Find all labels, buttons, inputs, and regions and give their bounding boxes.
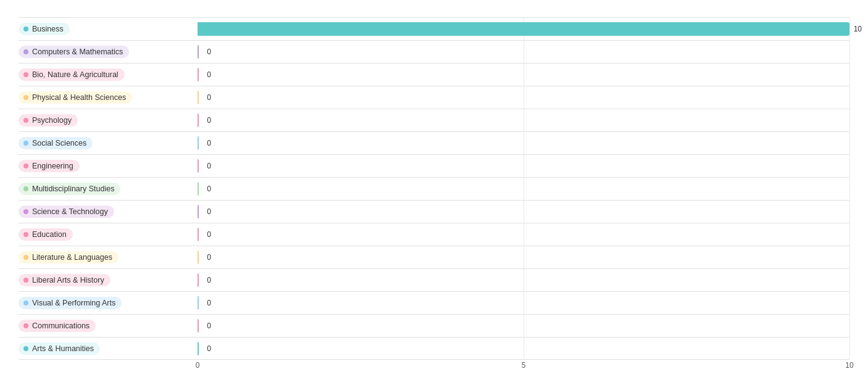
bar-value-label: 0 (207, 116, 211, 125)
bar-label-pill: Business (19, 23, 70, 35)
bar-dot (23, 141, 28, 146)
bar-label-pill: Arts & Humanities (19, 342, 100, 355)
bar-graph-area: 0 (198, 246, 849, 268)
bar-fill: 0 (198, 205, 199, 218)
bar-row: Multidisciplinary Studies0 (19, 177, 849, 200)
bar-row: Social Sciences0 (19, 131, 849, 154)
bar-fill: 0 (198, 273, 199, 287)
bar-dot (23, 301, 28, 305)
bar-graph-area: 0 (198, 155, 849, 177)
bar-row: Computers & Mathematics0 (19, 40, 849, 63)
bar-value-label: 0 (207, 139, 211, 147)
bar-graph-area: 0 (198, 109, 849, 131)
bar-fill: 0 (198, 136, 199, 150)
bar-graph-area: 0 (198, 64, 849, 86)
bar-fill: 0 (198, 319, 199, 333)
bar-value-label: 0 (207, 230, 211, 239)
bar-label-area: Liberal Arts & History (19, 274, 198, 286)
bar-label-area: Engineering (19, 160, 198, 172)
bar-label-area: Social Sciences (19, 137, 198, 149)
bar-fill: 0 (198, 114, 199, 127)
bar-row: Liberal Arts & History0 (19, 268, 849, 291)
bar-value-label: 0 (207, 162, 211, 170)
bar-fill: 0 (198, 296, 199, 310)
bar-label-area: Communications (19, 320, 198, 332)
bar-fill: 0 (198, 45, 199, 59)
bar-dot (23, 95, 28, 100)
bar-label-pill: Psychology (19, 114, 78, 127)
bar-fill: 0 (198, 251, 199, 264)
bar-graph-area: 0 (198, 269, 849, 291)
bar-label-text: Psychology (32, 116, 72, 125)
bar-graph-area: 0 (198, 178, 849, 200)
bar-label-area: Visual & Performing Arts (19, 297, 198, 309)
bar-dot (23, 278, 28, 283)
bar-label-text: Computers & Mathematics (32, 48, 123, 56)
bar-label-pill: Physical & Health Sciences (19, 91, 132, 104)
bar-value-label: 0 (207, 48, 211, 56)
bar-value-label: 10 (854, 25, 862, 33)
bar-graph-area: 0 (198, 223, 849, 246)
bar-dot (23, 209, 28, 214)
bar-graph-area: 10 (198, 18, 849, 40)
bar-label-text: Liberal Arts & History (32, 276, 104, 284)
bar-fill: 0 (198, 68, 199, 81)
bar-value-label: 0 (207, 299, 211, 307)
bar-row: Bio, Nature & Agricultural0 (19, 63, 849, 86)
bar-dot (23, 346, 28, 351)
bar-fill: 0 (198, 182, 199, 196)
bar-label-pill: Engineering (19, 160, 80, 172)
bar-graph-area: 0 (198, 315, 849, 337)
bar-graph-area: 0 (198, 132, 849, 154)
bar-dot (23, 27, 28, 31)
bar-label-text: Science & Technology (32, 207, 108, 216)
bar-row: Literature & Languages0 (19, 246, 849, 268)
bar-label-area: Bio, Nature & Agricultural (19, 68, 198, 81)
bar-fill: 0 (198, 342, 199, 355)
bar-label-text: Physical & Health Sciences (32, 93, 126, 102)
bar-dot (23, 164, 28, 168)
bar-value-label: 0 (207, 344, 211, 353)
bar-graph-area: 0 (198, 86, 849, 109)
bar-value-label: 0 (207, 322, 211, 330)
bar-label-text: Arts & Humanities (32, 344, 94, 353)
bar-label-area: Education (19, 228, 198, 241)
bar-row: Arts & Humanities0 (19, 337, 849, 360)
bar-label-area: Arts & Humanities (19, 342, 198, 355)
bar-label-text: Education (32, 230, 67, 239)
bar-graph-area: 0 (198, 338, 849, 359)
bar-label-pill: Multidisciplinary Studies (19, 183, 120, 195)
bar-label-pill: Social Sciences (19, 137, 93, 149)
bar-row: Physical & Health Sciences0 (19, 86, 849, 109)
bar-row: Engineering0 (19, 154, 849, 177)
bar-dot (23, 255, 28, 260)
bar-fill: 0 (198, 91, 199, 104)
bar-label-area: Computers & Mathematics (19, 46, 198, 58)
bar-label-text: Communications (32, 322, 90, 330)
bar-row: Science & Technology0 (19, 200, 849, 223)
bar-row: Visual & Performing Arts0 (19, 291, 849, 314)
bar-label-pill: Computers & Mathematics (19, 46, 129, 58)
bar-graph-area: 0 (198, 292, 849, 314)
bar-row: Education0 (19, 223, 849, 246)
bar-label-area: Business (19, 23, 198, 35)
bar-value-label: 0 (207, 276, 211, 284)
bar-dot (23, 118, 28, 123)
bar-label-pill: Bio, Nature & Agricultural (19, 68, 125, 81)
bar-label-area: Psychology (19, 114, 198, 127)
bar-value-label: 0 (207, 70, 211, 79)
bar-label-area: Science & Technology (19, 205, 198, 218)
bar-label-pill: Liberal Arts & History (19, 274, 111, 286)
bar-label-pill: Visual & Performing Arts (19, 297, 122, 309)
bar-label-text: Multidisciplinary Studies (32, 185, 114, 193)
bar-row: Psychology0 (19, 109, 849, 131)
bar-graph-area: 0 (198, 201, 849, 223)
bar-label-area: Physical & Health Sciences (19, 91, 198, 104)
bar-label-area: Multidisciplinary Studies (19, 183, 198, 195)
bar-dot (23, 232, 28, 237)
bar-label-pill: Education (19, 228, 73, 241)
bar-label-pill: Communications (19, 320, 96, 332)
bar-value-label: 0 (207, 207, 211, 216)
bar-dot (23, 323, 28, 328)
bar-fill: 10 (198, 22, 849, 36)
